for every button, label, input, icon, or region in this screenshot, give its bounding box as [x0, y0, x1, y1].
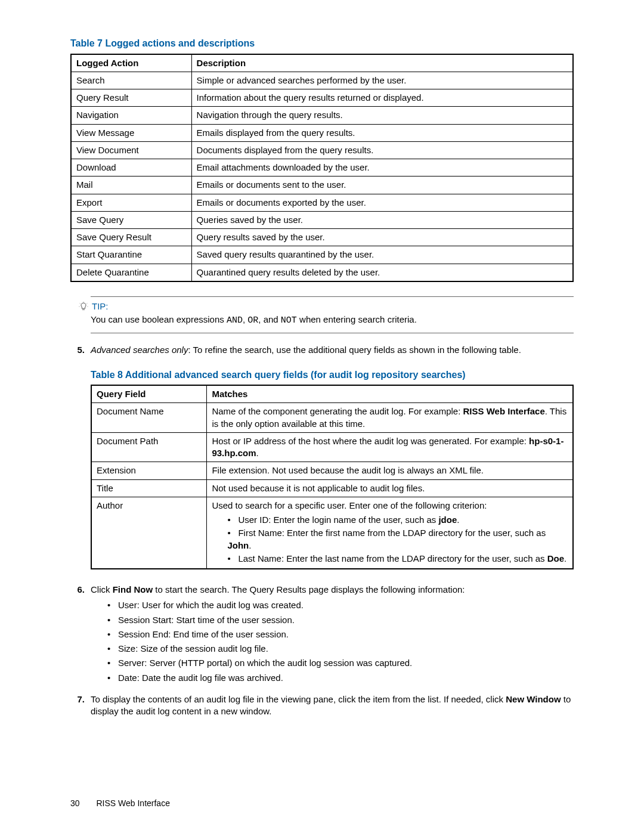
table-row: NavigationNavigation through the query r… [71, 107, 573, 124]
table7-header-action: Logged Action [71, 54, 191, 72]
table-row: MailEmails or documents sent to the user… [71, 176, 573, 194]
table7-title: Table 7 Logged actions and descriptions [70, 37, 574, 50]
step-7-number: 7. [70, 693, 85, 718]
table-row: Title Not used because it is not applica… [91, 479, 573, 497]
page-footer: 30 RISS Web Interface [70, 798, 170, 809]
table-row: Document Path Host or IP address of the … [91, 432, 573, 462]
list-item: Server: Server (HTTP portal) on which th… [107, 657, 465, 669]
table-row: Start QuarantineSaved query results quar… [71, 246, 573, 264]
step-5-text: Advanced searches only: To refine the se… [91, 344, 521, 356]
table7: Logged Action Description SearchSimple o… [70, 54, 574, 282]
step-7: 7. To display the contents of an audit l… [70, 693, 574, 718]
step-7-text: To display the contents of an audit log … [91, 693, 574, 718]
list-item: User: User for which the audit log was c… [107, 599, 465, 611]
list-item: Session End: End time of the user sessio… [107, 628, 465, 640]
footer-section: RISS Web Interface [96, 798, 169, 808]
author-criteria-list: User ID: Enter the login name of the use… [227, 514, 568, 565]
svg-line-2 [80, 304, 80, 304]
table-row: Save Query ResultQuery results saved by … [71, 229, 573, 246]
table-row: Delete QuarantineQuarantined query resul… [71, 264, 573, 281]
steps-list-cont: 6. Click Find Now to start the search. T… [70, 584, 574, 717]
table-row: DownloadEmail attachments downloaded by … [71, 159, 573, 176]
list-item: Session Start: Start time of the user se… [107, 614, 465, 626]
table-row: View DocumentDocuments displayed from th… [71, 141, 573, 159]
step-5-number: 5. [70, 344, 85, 356]
page-number: 30 [70, 798, 80, 808]
table8-header-matches: Matches [207, 385, 573, 403]
step-6-number: 6. [70, 584, 85, 690]
tip-label: TIP: [92, 301, 109, 312]
table-row: Author Used to search for a specific use… [91, 497, 573, 569]
table-row: Extension File extension. Not used becau… [91, 462, 573, 479]
tip-block: TIP: You can use boolean expressions AND… [91, 296, 574, 334]
list-item: Date: Date the audit log file was archiv… [107, 672, 465, 684]
step-5: 5. Advanced searches only: To refine the… [70, 344, 574, 356]
tip-text: You can use boolean expressions AND, OR,… [91, 314, 574, 327]
table8: Query Field Matches Document Name Name o… [91, 385, 574, 569]
steps-list: 5. Advanced searches only: To refine the… [70, 344, 574, 356]
table-row: Query ResultInformation about the query … [71, 89, 573, 107]
table-row: Save QueryQueries saved by the user. [71, 211, 573, 228]
query-results-info-list: User: User for which the audit log was c… [107, 599, 465, 684]
table7-header-description: Description [191, 54, 573, 72]
list-item: Size: Size of the session audit log file… [107, 643, 465, 655]
table8-header-queryfield: Query Field [91, 385, 207, 403]
step-6: 6. Click Find Now to start the search. T… [70, 584, 574, 690]
table-row: View MessageEmails displayed from the qu… [71, 124, 573, 141]
step-6-text: Click Find Now to start the search. The … [91, 584, 465, 690]
table-row: Document Name Name of the component gene… [91, 403, 573, 433]
table8-title: Table 8 Additional advanced search query… [91, 368, 574, 382]
table-row: ExportEmails or documents exported by th… [71, 194, 573, 211]
svg-line-3 [86, 304, 87, 304]
table-row: SearchSimple or advanced searches perfor… [71, 72, 573, 89]
lightbulb-icon [79, 302, 88, 311]
